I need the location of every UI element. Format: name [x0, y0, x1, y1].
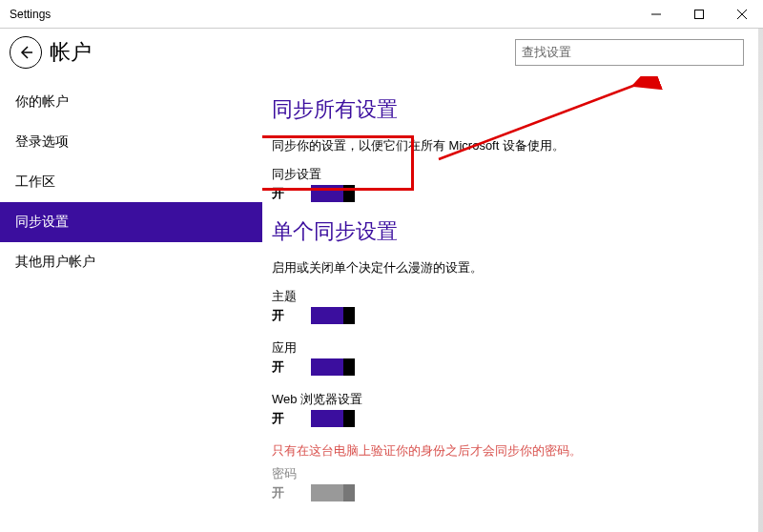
search-placeholder: 查找设置	[522, 44, 571, 61]
right-edge-decoration	[758, 29, 763, 532]
toggle-password	[311, 484, 355, 501]
sidebar-item-your-account[interactable]: 你的帐户	[0, 82, 262, 122]
page-header: 帐户 查找设置	[0, 29, 763, 76]
sidebar-item-label: 工作区	[15, 174, 55, 189]
sidebar-item-label: 同步设置	[15, 214, 69, 229]
setting-state-password: 开	[272, 484, 284, 501]
setting-apps: 应用 开	[272, 339, 744, 376]
toggle-web-browser[interactable]	[311, 410, 355, 427]
svg-rect-1	[694, 10, 703, 18]
setting-label-password: 密码	[272, 465, 744, 482]
annotation-arrow-icon	[415, 76, 663, 174]
sidebar-item-sync-settings[interactable]: 同步设置	[0, 202, 262, 242]
setting-label-apps: 应用	[272, 339, 744, 357]
sidebar-item-sign-in-options[interactable]: 登录选项	[0, 122, 262, 162]
titlebar: Settings	[0, 0, 763, 29]
setting-state-sync: 开	[272, 185, 284, 202]
section-heading-sync-all: 同步所有设置	[272, 95, 744, 124]
toggle-apps[interactable]	[311, 358, 355, 376]
sidebar-item-work-access[interactable]: 工作区	[0, 162, 262, 202]
maximize-icon	[694, 10, 704, 19]
page-title: 帐户	[50, 38, 515, 67]
minimize-button[interactable]	[634, 0, 677, 29]
setting-state-apps: 开	[272, 358, 284, 376]
close-icon	[737, 10, 747, 19]
section-desc-sync-all: 同步你的设置，以便它们在所有 Microsoft 设备使用。	[272, 137, 744, 154]
password-warning: 只有在这台电脑上验证你的身份之后才会同步你的密码。	[272, 442, 744, 460]
sidebar-item-other-users[interactable]: 其他用户帐户	[0, 242, 262, 282]
setting-label-sync: 同步设置	[272, 166, 744, 183]
search-input[interactable]: 查找设置	[515, 39, 744, 66]
setting-label-web: Web 浏览器设置	[272, 391, 744, 408]
close-button[interactable]	[720, 0, 763, 29]
setting-password: 密码 开	[272, 465, 744, 501]
maximize-button[interactable]	[677, 0, 720, 29]
window-controls	[634, 0, 763, 29]
back-button[interactable]	[10, 36, 42, 69]
toggle-sync-settings[interactable]	[311, 185, 355, 202]
minimize-icon	[651, 10, 661, 19]
main-layout: 你的帐户 登录选项 工作区 同步设置 其他用户帐户 同步所有设置 同步你的设置，…	[0, 76, 763, 532]
back-arrow-icon	[18, 45, 33, 60]
sidebar-item-label: 其他用户帐户	[15, 254, 95, 269]
setting-state-web: 开	[272, 410, 284, 427]
section-heading-individual: 单个同步设置	[272, 217, 744, 246]
setting-sync: 同步设置 开	[272, 166, 744, 202]
setting-label-theme: 主题	[272, 288, 744, 305]
setting-state-theme: 开	[272, 307, 284, 324]
toggle-theme[interactable]	[311, 307, 355, 324]
setting-theme: 主题 开	[272, 288, 744, 324]
sidebar-item-label: 登录选项	[15, 133, 69, 149]
sidebar: 你的帐户 登录选项 工作区 同步设置 其他用户帐户	[0, 76, 262, 532]
section-desc-individual: 启用或关闭单个决定什么漫游的设置。	[272, 259, 744, 276]
setting-web: Web 浏览器设置 开	[272, 391, 744, 427]
window-title: Settings	[0, 8, 634, 21]
content-pane: 同步所有设置 同步你的设置，以便它们在所有 Microsoft 设备使用。 同步…	[262, 76, 763, 532]
sidebar-item-label: 你的帐户	[15, 93, 69, 109]
